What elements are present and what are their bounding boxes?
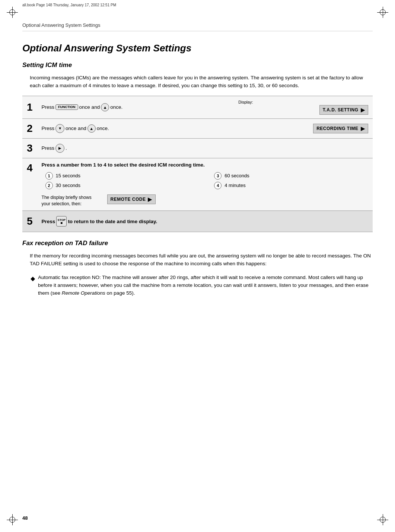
- step5-suffix: to return to the date and time display.: [68, 219, 157, 224]
- step1-prefix: Press: [42, 104, 55, 110]
- down-button[interactable]: ▼: [55, 124, 64, 133]
- option-label-4: 4 minutes: [224, 183, 245, 188]
- step-2-display: RECORDING TIME ▶: [233, 118, 373, 138]
- badge-2: 2: [45, 182, 53, 189]
- display-box-4: REMOTE CODE ▶: [107, 194, 156, 204]
- badge-3: 3: [214, 172, 222, 180]
- step4-options-grid: 1 15 seconds 3 60 seconds 2 30 seconds: [45, 172, 368, 189]
- display-note-text: The display briefly shows your selection…: [42, 194, 101, 207]
- step-3-content: Press ▶ .: [37, 138, 373, 158]
- option-3: 3 60 seconds: [214, 172, 368, 180]
- step-number-5: 5: [22, 211, 37, 232]
- up-button-1[interactable]: ▲: [101, 103, 109, 111]
- remote-ops-italic: Remote Operations: [62, 290, 105, 296]
- step-4-content: Press a number from 1 to 4 to select the…: [37, 158, 373, 211]
- page-number: 48: [22, 515, 28, 521]
- circle-top-right: [380, 9, 386, 15]
- step-row-3: 3 Press ▶ .: [22, 138, 373, 158]
- display-label: Display:: [238, 100, 368, 104]
- circle-bottom-left: [9, 517, 15, 523]
- display-text-4: REMOTE CODE: [111, 197, 146, 202]
- option-2: 2 30 seconds: [45, 182, 200, 189]
- step-row-1: 1 Press FUNCTION once and ▲ once. Displa…: [22, 96, 373, 118]
- step5-prefix: Press: [42, 219, 55, 224]
- step-5-content: Press STOP ⏹ to return to the date and t…: [37, 211, 373, 232]
- play-button[interactable]: ▶: [55, 144, 64, 153]
- stop-icon: ⏹: [60, 222, 63, 224]
- step-row-5: 5 Press STOP ⏹ to return to the date and…: [22, 211, 373, 232]
- step-number-4: 4: [22, 158, 37, 211]
- option-label-1: 15 seconds: [56, 173, 81, 178]
- display-box-1: T.A.D. SETTING ▶: [319, 105, 368, 115]
- badge-1: 1: [45, 172, 53, 180]
- option-label-3: 60 seconds: [224, 173, 249, 178]
- display-arrow-4: ▶: [148, 196, 152, 202]
- step2-middle: once and: [66, 126, 86, 131]
- up-icon-2: ▲: [89, 126, 93, 131]
- display-note: The display briefly shows your selection…: [42, 194, 368, 207]
- display-arrow-1: ▶: [361, 107, 365, 113]
- option-label-2: 30 seconds: [56, 183, 81, 188]
- display-arrow-2: ▶: [361, 126, 365, 132]
- page-title: Optional Answering System Settings: [22, 42, 373, 54]
- function-label: FUNCTION: [58, 105, 76, 109]
- fax-section: Fax reception on TAD failure If the memo…: [22, 240, 373, 297]
- badge-4: 4: [214, 182, 222, 189]
- function-button[interactable]: FUNCTION: [55, 104, 78, 110]
- step-row-2: 2 Press ▼ once and ▲ once. RECORDING TIM…: [22, 118, 373, 138]
- bullet-list: ◆ Automatic fax reception NO: The machin…: [31, 274, 373, 297]
- section2-title: Fax reception on TAD failure: [22, 240, 373, 247]
- section1-title: Setting ICM time: [22, 61, 373, 69]
- option-1: 1 15 seconds: [45, 172, 200, 180]
- bullet-diamond-icon: ◆: [31, 274, 35, 297]
- bullet-text-1: Automatic fax reception NO: The machine …: [38, 274, 373, 297]
- step3-prefix: Press: [42, 145, 55, 151]
- step1-middle: once and: [79, 104, 100, 110]
- up-icon-1: ▲: [103, 105, 107, 110]
- step1-suffix: once.: [110, 104, 122, 110]
- up-button-2[interactable]: ▲: [87, 124, 96, 133]
- bullet-item-1: ◆ Automatic fax reception NO: The machin…: [31, 274, 373, 297]
- step-1-display: Display: T.A.D. SETTING ▶: [233, 96, 373, 118]
- step-1-content: Press FUNCTION once and ▲ once.: [37, 96, 233, 118]
- display-text-1: T.A.D. SETTING: [323, 107, 359, 113]
- display-box-2: RECORDING TIME ▶: [313, 124, 368, 133]
- step-number-2: 2: [22, 118, 37, 138]
- step2-prefix: Press: [42, 126, 55, 131]
- step3-suffix: .: [66, 145, 67, 151]
- step-number-3: 3: [22, 138, 37, 158]
- step2-suffix: once.: [97, 126, 109, 131]
- section1-body: Incoming messages (ICMs) are the message…: [30, 74, 373, 90]
- steps-table: 1 Press FUNCTION once and ▲ once. Displa…: [22, 96, 373, 232]
- breadcrumb: Optional Answering System Settings: [22, 22, 373, 31]
- step-row-4: 4 Press a number from 1 to 4 to select t…: [22, 158, 373, 211]
- file-tab: all.book Page 148 Thursday, January 17, …: [22, 3, 116, 7]
- circle-bottom-right: [380, 517, 386, 523]
- step-2-content: Press ▼ once and ▲ once.: [37, 118, 233, 138]
- section2-body: If the memory for recording incoming mes…: [30, 252, 373, 268]
- circle-top-left: [9, 9, 15, 15]
- stop-button[interactable]: STOP ⏹: [56, 216, 67, 227]
- option-4: 4 4 minutes: [214, 182, 368, 189]
- display-text-2: RECORDING TIME: [316, 126, 358, 131]
- play-icon: ▶: [58, 146, 61, 150]
- down-icon: ▼: [58, 126, 62, 130]
- stop-label: STOP: [58, 218, 66, 222]
- step4-bold-text: Press a number from 1 to 4 to select the…: [42, 162, 368, 168]
- step-number-1: 1: [22, 96, 37, 118]
